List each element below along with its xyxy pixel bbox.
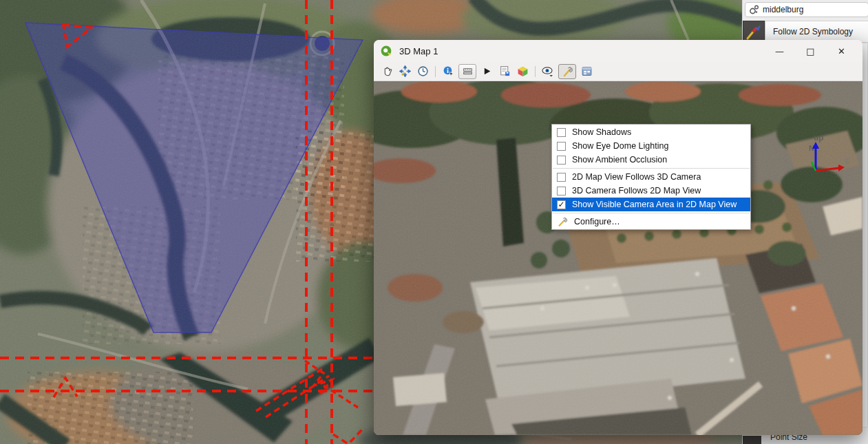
menu-separator xyxy=(553,213,750,213)
wrench-icon xyxy=(557,216,568,227)
window-title: 3D Map 1 xyxy=(399,46,438,56)
menu-item-show-ambient-occlusion[interactable]: Show Ambient Occlusion xyxy=(552,153,750,167)
toolbar-separator xyxy=(535,66,536,77)
play-icon xyxy=(481,65,493,77)
menu-item-show-eye-dome-lighting[interactable]: Show Eye Dome Lighting xyxy=(552,139,750,153)
menu-item-configure[interactable]: Configure… xyxy=(552,215,750,229)
navigation-axis-gizmo: up N E xyxy=(797,131,862,186)
gizmo-x-axis xyxy=(816,168,840,171)
effects-button[interactable] xyxy=(558,64,576,79)
menu-item-2d-map-follows-3d-camera[interactable]: 2D Map View Follows 3D Camera xyxy=(552,170,750,184)
close-button[interactable]: ✕ xyxy=(826,40,857,62)
checkbox-checked-icon: ✓ xyxy=(557,200,566,209)
minimize-button[interactable]: — xyxy=(764,40,795,62)
checkbox-unchecked-icon xyxy=(557,128,566,137)
locator-search[interactable] xyxy=(745,2,868,17)
identify-icon xyxy=(443,65,454,77)
checkbox-unchecked-icon xyxy=(557,173,566,182)
checkbox-unchecked-icon xyxy=(557,142,566,151)
gizmo-up-label: up xyxy=(814,133,824,142)
export-scene-button[interactable] xyxy=(515,64,530,79)
window-titlebar[interactable]: 3D Map 1 — □ ✕ xyxy=(374,40,862,62)
camera-view-button[interactable] xyxy=(540,64,555,79)
wrench-icon xyxy=(561,65,573,78)
3d-viewport[interactable]: up N E Show Shadows Show Eye Dome Lighti… xyxy=(374,81,862,435)
maximize-button[interactable]: □ xyxy=(795,40,826,62)
save-image-icon xyxy=(499,65,511,77)
play-animation-button[interactable] xyxy=(479,64,494,79)
eye-icon xyxy=(541,65,555,78)
toolbar-separator xyxy=(435,66,436,77)
cube-icon xyxy=(517,65,529,77)
qgis-logo-icon xyxy=(380,45,393,58)
menu-item-3d-camera-follows-2d-map[interactable]: 3D Camera Follows 2D Map View xyxy=(552,184,750,198)
save-image-button[interactable] xyxy=(497,64,512,79)
panel-grid-icon xyxy=(581,65,593,77)
hand-icon xyxy=(381,65,393,77)
qgis-main-window: Follow 2D Symbology Point Size 3D Map 1 … xyxy=(0,0,868,444)
caret-down-icon xyxy=(550,75,553,77)
identify-button[interactable] xyxy=(441,64,456,79)
3d-map-toolbar xyxy=(374,62,862,81)
effects-dropdown-menu: Show Shadows Show Eye Dome Lighting Show… xyxy=(551,124,751,230)
camera-move-button[interactable] xyxy=(397,64,412,79)
ruler-icon xyxy=(462,65,474,77)
menu-item-show-shadows[interactable]: Show Shadows xyxy=(552,125,750,139)
menu-item-show-visible-camera-area[interactable]: ✓ Show Visible Camera Area in 2D Map Vie… xyxy=(552,198,750,211)
3d-map-window: 3D Map 1 — □ ✕ xyxy=(374,40,862,435)
animation-timer-button[interactable] xyxy=(415,64,430,79)
paintbrush-icon xyxy=(745,23,763,41)
locator-icon xyxy=(748,4,759,15)
gizmo-east-label: E xyxy=(845,157,850,165)
camera-pan-button[interactable] xyxy=(379,64,394,79)
stats-panel-button[interactable] xyxy=(579,64,594,79)
clock-icon xyxy=(417,65,429,77)
move-arrows-icon xyxy=(399,65,411,77)
symbology-mode-label: Follow 2D Symbology xyxy=(773,27,853,36)
dark-thumbnail xyxy=(743,436,761,444)
checkbox-unchecked-icon xyxy=(557,187,566,195)
locator-input[interactable] xyxy=(763,5,852,14)
checkbox-unchecked-icon xyxy=(557,156,566,165)
measure-line-button[interactable] xyxy=(458,64,476,79)
menu-separator xyxy=(553,168,750,169)
